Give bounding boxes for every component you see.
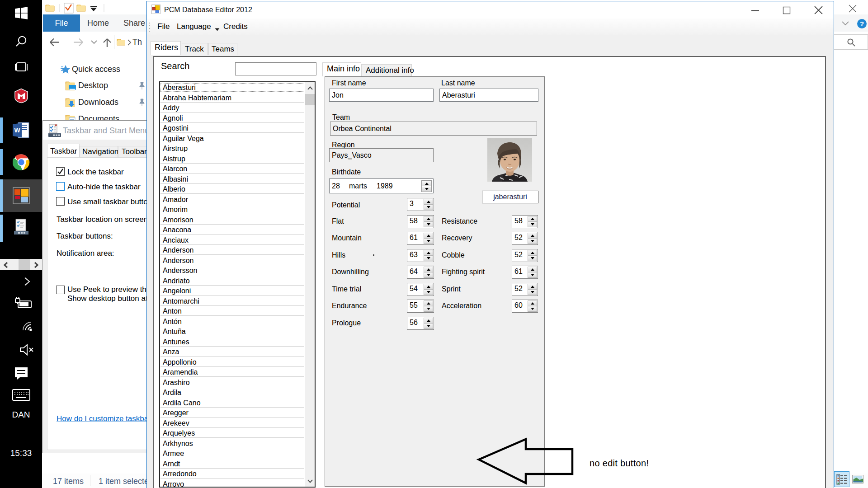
svg-text:W: W [14, 127, 20, 134]
